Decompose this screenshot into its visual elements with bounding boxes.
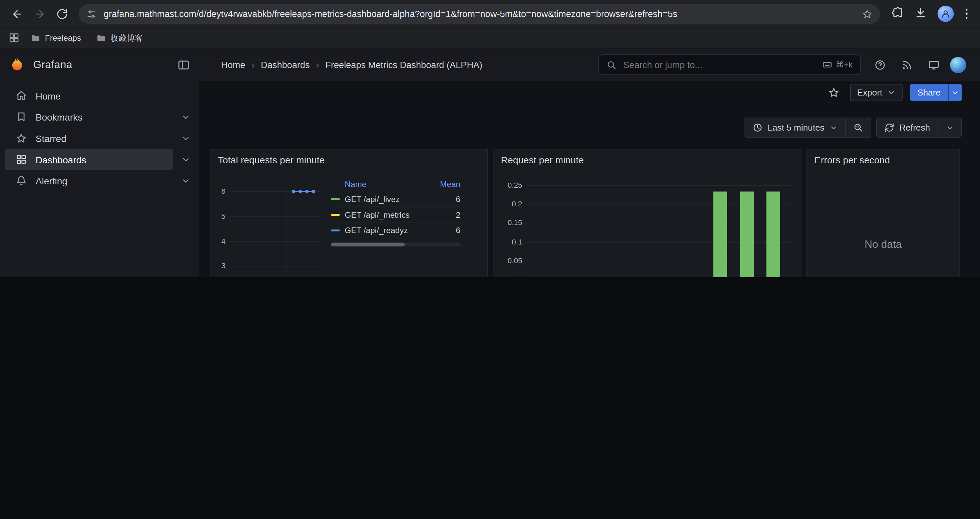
legend-scrollbar[interactable] [331,243,460,246]
help-icon[interactable] [870,56,891,74]
bookmark-folder-freeleaps[interactable]: Freeleaps [27,31,85,45]
back-button[interactable] [6,3,28,24]
search-box[interactable]: ⌘+k [598,54,861,75]
series-name: GET /api/_metrics [345,210,429,219]
scrollbar-thumb[interactable] [331,243,405,246]
forward-button[interactable] [29,3,50,24]
legend-header: NameMean [331,177,460,191]
sidebar-link-alerting[interactable]: Alerting [5,170,173,192]
chevron-down-icon [946,124,954,132]
grafana-title: Grafana [33,58,72,71]
browser-profile-avatar[interactable] [937,6,954,22]
refresh-icon [884,123,894,133]
bell-icon [16,175,27,186]
panel-title[interactable]: Request per minute [493,150,800,170]
share-button-group: Share [910,84,962,101]
user-avatar[interactable] [950,56,966,73]
sidebar-link-bookmarks[interactable]: Bookmarks [5,106,173,128]
sidebar-item-label: Alerting [36,175,67,186]
series-value: 2 [429,210,460,219]
back-icon [11,8,23,20]
legend-total-requests: NameMeanGET /api/_livez6GET /api/_metric… [323,177,482,246]
series-name: GET /api/_readyz [345,225,429,235]
sidebar-item-alerting: Alerting [0,170,198,192]
series-value: 6 [429,194,460,203]
bookmark-folder-blogs[interactable]: 收藏博客 [92,30,147,45]
dashboard-main: Export Share Last 5 minutes [199,81,980,277]
bookmark-star-icon[interactable] [862,8,872,19]
series-swatch [331,198,340,200]
legend-row[interactable]: GET /api/_livez6 [331,191,460,206]
chevron-down-icon[interactable] [173,170,198,192]
zoom-out-icon [853,123,863,133]
panel-request-per-minute: Request per minute 0.250.20.150.10.05017… [493,149,801,277]
reload-icon [56,8,68,20]
monitor-icon[interactable] [923,56,945,74]
url-input[interactable] [102,8,856,19]
panel-title[interactable]: Errors per second [807,150,959,170]
legend-row[interactable]: GET /api/_readyz6 [331,222,460,238]
url-bar[interactable] [79,4,880,23]
sidebar-item-label: Dashboards [36,154,86,165]
sidebar-item-home: Home [0,85,198,107]
search-input[interactable] [622,59,817,70]
folder-icon [96,33,106,43]
reload-button[interactable] [51,3,73,24]
series-swatch [331,229,340,231]
dashboard-actions: Export Share [825,84,962,101]
legend-col: Mean [429,179,460,188]
browser-toolbar [0,0,980,27]
apps-grid-icon[interactable] [9,32,19,43]
chevron-down-icon[interactable] [173,128,198,149]
site-settings-icon[interactable] [86,8,97,19]
zoom-out-button[interactable] [846,118,871,137]
sidebar-item-label: Bookmarks [36,112,83,122]
grafana-body: Home Bookmarks Starred [0,81,980,277]
chevron-down-icon[interactable] [173,106,198,128]
grafana-header: Grafana Home › Dashboards › Freeleaps Me… [0,49,980,81]
extensions-icon[interactable] [891,6,903,21]
keyboard-icon [822,60,832,69]
favorite-star-icon[interactable] [825,84,843,101]
series-swatch [331,213,340,216]
search-icon [606,60,616,70]
browser-menu-icon[interactable] [964,7,969,20]
time-range-picker[interactable]: Last 5 minutes [745,118,846,137]
screen: Freeleaps 收藏博客 Grafana Home › Dashboards… [0,0,980,277]
breadcrumb-home[interactable]: Home [221,60,245,70]
no-data-message: No data [807,238,959,251]
bookmark-label: 收藏博客 [110,32,143,43]
legend-row[interactable]: GET /api/_metrics2 [331,206,460,222]
legend-col-name: Name [345,179,429,188]
panel-title[interactable]: Total requests per minute [210,150,487,170]
sidebar-item-label: Starred [36,133,66,144]
forward-icon [33,8,45,20]
share-menu-chevron[interactable] [948,84,962,101]
browser-actions [886,6,974,22]
refresh-button[interactable]: Refresh [876,118,938,137]
bookmark-label: Freeleaps [45,33,81,42]
downloads-icon[interactable] [914,6,926,21]
chevron-down-icon[interactable] [173,149,198,170]
breadcrumb-dashboards[interactable]: Dashboards [261,60,310,70]
sidebar-link-dashboards[interactable]: Dashboards [5,149,173,170]
grafana-logo[interactable] [9,56,26,73]
time-controls: Last 5 minutes Refresh [745,118,962,137]
sidebar-link-starred[interactable]: Starred [5,128,173,149]
breadcrumb-separator: › [316,59,319,70]
home-icon [16,90,27,102]
export-button[interactable]: Export [850,84,902,101]
refresh-interval-chevron[interactable] [938,118,962,137]
dashboards-grid-icon [16,154,27,165]
breadcrumb-current: Freeleaps Metrics Dashboard (ALPHA) [325,60,482,70]
breadcrumb: Home › Dashboards › Freeleaps Metrics Da… [221,59,482,70]
sidebar-link-home[interactable]: Home [5,85,198,107]
sidebar-item-label: Home [36,91,61,101]
panel-errors-per-second: Errors per second No data [806,149,960,277]
news-rss-icon[interactable] [896,56,918,74]
share-button[interactable]: Share [910,84,948,101]
grafana-brand: Grafana [0,56,199,73]
sidebar-toggle-icon[interactable] [177,58,190,71]
chevron-down-icon [830,124,838,132]
sidebar-item-bookmarks: Bookmarks [0,106,198,128]
